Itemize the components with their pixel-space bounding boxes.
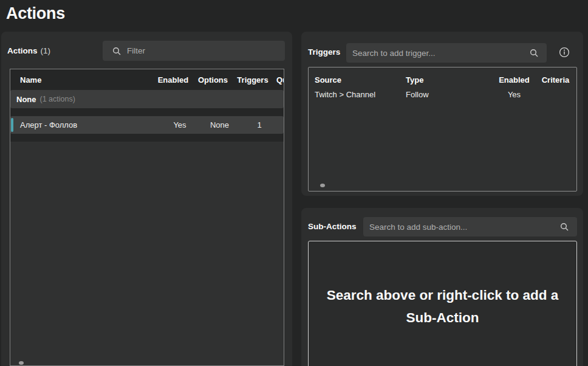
triggers-panel-title: Triggers (308, 47, 340, 57)
actions-panel: Actions(1) Name Enabled Options Triggers… (1, 32, 292, 366)
subactions-list-area[interactable]: Search above or right-click to add a Sub… (308, 241, 577, 366)
column-header-enabled[interactable]: Enabled (153, 75, 193, 85)
subactions-empty-message: Search above or right-click to add a Sub… (318, 284, 567, 329)
column-header-type[interactable]: Type (400, 75, 494, 85)
search-icon (112, 47, 121, 55)
actions-table: Name Enabled Options Triggers Queue None… (10, 69, 284, 366)
actions-panel-title-text: Actions (7, 46, 38, 55)
subactions-panel: Sub-Actions Search above or right-click … (301, 208, 583, 366)
group-name: None (16, 95, 36, 104)
trigger-enabled: Yes (494, 90, 535, 99)
actions-panel-title: Actions(1) (7, 46, 50, 55)
action-name: Алерт - Фоллов (10, 120, 153, 129)
group-count: (1 actions) (40, 95, 75, 103)
action-triggers-count: 1 (239, 120, 279, 129)
triggers-table-header: Source Type Enabled Criteria (309, 67, 576, 86)
search-icon (560, 223, 569, 231)
action-group-row[interactable]: None (1 actions) (10, 90, 284, 108)
action-enabled: Yes (160, 120, 200, 129)
actions-filter-input[interactable] (121, 41, 285, 61)
trigger-type: Follow (400, 90, 494, 99)
column-header-name[interactable]: Name (10, 75, 153, 85)
trigger-row[interactable]: Twitch > Channel Follow Yes (309, 86, 576, 103)
action-options: None (200, 120, 239, 129)
trigger-source: Twitch > Channel (309, 90, 400, 99)
subaction-search-input[interactable] (363, 217, 560, 237)
info-icon[interactable] (559, 47, 570, 58)
resize-grip-dot[interactable] (320, 184, 325, 187)
search-icon (530, 49, 538, 57)
subaction-search-box (363, 217, 577, 237)
actions-filter-box (103, 41, 285, 61)
column-header-options[interactable]: Options (193, 75, 233, 85)
actions-count-badge: (1) (41, 46, 51, 55)
trigger-search-input[interactable] (346, 43, 530, 63)
column-header-triggers[interactable]: Triggers (233, 75, 273, 85)
triggers-table: Source Type Enabled Criteria Twitch > Ch… (308, 67, 577, 192)
triggers-panel: Triggers Source Type Enabled Criteria Tw… (301, 32, 583, 196)
column-header-enabled[interactable]: Enabled (494, 75, 535, 85)
page-title: Actions (6, 1, 65, 26)
actions-table-header: Name Enabled Options Triggers Queue (10, 69, 284, 90)
row-spacer (10, 108, 284, 116)
column-header-source[interactable]: Source (309, 75, 400, 85)
table-row[interactable]: Алерт - Фоллов Yes None 1 (10, 116, 284, 134)
column-header-criteria[interactable]: Criteria (535, 75, 576, 85)
subactions-panel-title: Sub-Actions (308, 222, 357, 231)
trigger-search-box (346, 43, 547, 63)
resize-grip-dot[interactable] (19, 361, 24, 365)
column-header-queue[interactable]: Queue (273, 75, 284, 85)
